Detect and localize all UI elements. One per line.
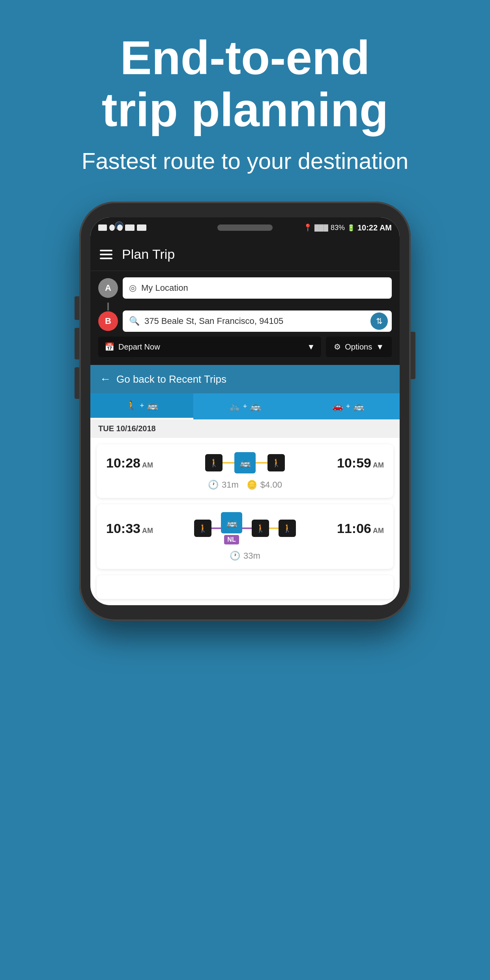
trip-2-route: 🚶 🚌 NL 🚶 🚶 [158,512,332,544]
destination-input[interactable]: 🔍 375 Beale St, San Francisco, 94105 ⇅ [123,310,392,332]
location-icon: ◎ [129,283,137,293]
clock-icon: 🕐 [208,480,219,490]
date-header: TUE 10/16/2018 [90,419,400,438]
phone-screen: 📍 ▓▓▓ 83% 🔋 10:22 AM Plan Trip [90,217,400,605]
bus-icon-3: 🚌 [353,401,364,411]
nl-badge: NL [224,535,239,544]
options-row: 📅 Depart Now ▼ ⚙ Options ▼ [98,337,392,357]
tab-car-bus[interactable]: 🚗 + 🚌 [297,393,400,419]
bike-icon: 🚲 [229,401,240,411]
bus-step-icon-2: 🚌 [221,512,242,533]
hamburger-menu[interactable] [100,250,112,259]
phone-button-left1 [75,296,79,320]
destination-row: B 🔍 375 Beale St, San Francisco, 94105 ⇅ [98,310,392,332]
gear-icon: ⚙ [334,342,341,352]
route-line-purple [211,527,221,529]
header-section: End-to-end trip planning Fastest route t… [0,0,490,190]
origin-value: My Location [141,283,188,293]
trip-card-1-top: 10:28 AM 🚶 🚌 🚶 10:59 AM [106,452,384,473]
battery-icon: 📍 [303,223,312,232]
walk-step-icon-4: 🚶 [252,520,269,537]
phone-wrapper: 📍 ▓▓▓ 83% 🔋 10:22 AM Plan Trip [0,202,490,621]
trip-1-end-time: 10:59 AM [337,455,384,471]
trip-1-cost: 🪙 $4.00 [247,480,282,490]
route-line-yellow [223,462,234,464]
tab-bike-bus[interactable]: 🚲 + 🚌 [193,393,296,419]
trip-1-route: 🚶 🚌 🚶 [158,452,332,473]
app-title: Plan Trip [122,247,175,262]
bus-step-icon: 🚌 [234,452,256,473]
signal-icons: ▓▓▓ [314,224,328,231]
hamburger-line-2 [100,254,112,255]
status-icon-5 [137,224,146,231]
trip-form: A ◎ My Location B 🔍 375 Beale St, San Fr… [90,271,400,365]
trip-card-2-bottom: 🕐 33m [106,551,384,561]
car-icon: 🚗 [332,401,343,411]
status-icon-2 [109,224,115,231]
trip-2-end-time: 11:06 AM [337,521,384,536]
coins-icon: 🪙 [247,480,257,490]
back-arrow-icon: ← [100,373,111,385]
trip-card-1-bottom: 🕐 31m 🪙 $4.00 [106,480,384,490]
mode-tabs: 🚶 + 🚌 🚲 + 🚌 🚗 + 🚌 [90,393,400,419]
depart-button[interactable]: 📅 Depart Now ▼ [98,337,321,357]
options-label: Options [345,342,372,352]
plus-icon: + [140,402,144,410]
hamburger-line-1 [100,250,112,251]
header-subtitle: Fastest route to your destination [24,148,466,174]
walk-step-icon-3: 🚶 [194,520,211,537]
plus-icon-2: + [243,402,247,411]
walk-icon: 🚶 [126,400,137,411]
status-right-info: 📍 ▓▓▓ 83% 🔋 10:22 AM [303,223,392,232]
phone-button-left2 [75,328,79,359]
clock-icon-2: 🕐 [230,551,240,561]
battery-percent: 83% [331,224,345,232]
walk-step-icon-2: 🚶 [267,454,285,471]
trip-2-start-time: 10:33 AM [106,521,153,536]
origin-input[interactable]: ◎ My Location [123,277,392,299]
phone-device: 📍 ▓▓▓ 83% 🔋 10:22 AM Plan Trip [79,202,411,621]
trip-2-duration: 🕐 33m [230,551,260,561]
phone-button-left3 [75,367,79,399]
status-icon-3 [117,224,123,231]
chevron-down-icon-2: ▼ [376,342,384,352]
bus-icon: 🚌 [147,400,158,411]
trip-card-2[interactable]: 10:33 AM 🚶 🚌 NL 🚶 🚶 [97,504,393,569]
destination-value: 375 Beale St, San Francisco, 94105 [144,316,283,326]
plus-icon-3: + [346,402,350,411]
phone-speaker [217,224,273,231]
back-bar[interactable]: ← Go back to Recent Trips [90,365,400,393]
status-time: 10:22 AM [357,223,392,232]
phone-button-right [411,332,415,379]
back-label: Go back to Recent Trips [116,373,226,385]
options-button[interactable]: ⚙ Options ▼ [326,337,392,357]
connector-line [107,303,109,310]
trip-card-2-top: 10:33 AM 🚶 🚌 NL 🚶 🚶 [106,512,384,544]
trip-card-partial [97,575,393,599]
depart-label: Depart Now [118,342,160,352]
walk-step-icon-5: 🚶 [279,520,296,537]
app-bar: Plan Trip [90,238,400,271]
route-line-yellow-2 [256,462,267,464]
hamburger-line-3 [100,258,112,259]
swap-button[interactable]: ⇅ [370,312,388,330]
status-icon-1 [98,224,107,231]
bus-icon-2: 🚌 [250,401,261,411]
trip-card-1[interactable]: 10:28 AM 🚶 🚌 🚶 10:59 AM [97,444,393,498]
status-icon-4 [125,224,135,231]
trip-1-start-time: 10:28 AM [106,455,153,471]
walk-step-icon: 🚶 [205,454,223,471]
marker-a: A [98,278,118,298]
route-line-yellow-3 [269,527,279,529]
route-line-purple-2 [242,527,252,529]
marker-b: B [98,311,118,331]
tab-walk-bus[interactable]: 🚶 + 🚌 [90,393,193,419]
header-title: End-to-end trip planning [24,32,466,136]
origin-row: A ◎ My Location [98,277,392,299]
battery-icon: 🔋 [347,224,355,232]
chevron-down-icon: ▼ [307,342,315,352]
trip-1-duration: 🕐 31m [208,480,239,490]
calendar-icon: 📅 [105,342,114,352]
search-icon: 🔍 [129,316,140,326]
